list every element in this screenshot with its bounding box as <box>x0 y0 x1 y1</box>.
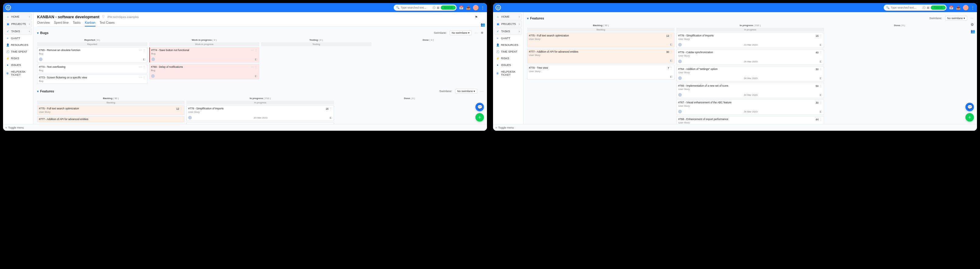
bookmark-icon[interactable]: ◧ <box>819 60 822 63</box>
swimlane-select[interactable]: No swimlane ▾ <box>945 16 967 21</box>
search-box[interactable]: 🔍 🕘 ▦ Search <box>884 5 947 11</box>
col-reported-sub: Reported <box>37 42 148 46</box>
app-logo-icon[interactable]: ⏻ <box>495 5 501 10</box>
search-input[interactable] <box>891 6 921 9</box>
section-more-icon[interactable]: ⋯ <box>480 90 483 93</box>
nav-issues[interactable]: ●ISSUES <box>4 62 32 68</box>
swimlane-select[interactable]: No swimlane ▾ <box>455 89 477 94</box>
user-avatar[interactable] <box>473 5 479 10</box>
nav-timespent[interactable]: 🕘TIME SPENT <box>4 49 32 55</box>
collapse-icon[interactable]: « <box>5 126 7 129</box>
card-778[interactable]: #778 - Simplification of imports16⋮ User… <box>186 105 334 121</box>
toggle-menu-link[interactable]: Toggle menu <box>8 126 24 129</box>
user-avatar[interactable] <box>963 5 969 10</box>
section-more-icon[interactable]: ⋯ <box>970 17 973 20</box>
search-button[interactable]: Search <box>931 5 946 10</box>
bookmark-icon[interactable]: ◧ <box>329 116 332 119</box>
resources-icon: 👤 <box>496 43 499 46</box>
add-fab[interactable]: + <box>966 113 974 122</box>
grid-icon[interactable]: ▦ <box>927 6 929 9</box>
toggle-menu-link[interactable]: Toggle menu <box>498 126 514 129</box>
card-779[interactable]: #779 - Tree view7⋮ User Story ◧ <box>527 65 675 80</box>
card-766[interactable]: #766 - Implementation of a new set of ic… <box>676 83 824 98</box>
nav-resources[interactable]: 👤RESOURCES <box>494 42 522 48</box>
bookmark-icon[interactable]: ◧ <box>670 59 673 62</box>
card-767[interactable]: #767 - Visual enhancement of the ABC fea… <box>676 99 824 115</box>
card-765[interactable]: #765 - Remove an obsolete function⋯⋮ Bug… <box>37 47 148 63</box>
tab-spent-time[interactable]: Spent time <box>54 21 69 27</box>
card-769[interactable]: #769 - Delay of notifications⋯⋮ Bug ◧ <box>149 64 259 80</box>
tab-tasks[interactable]: Tasks <box>73 21 81 27</box>
card-775[interactable]: #775 - Full text search optimization12⋮ … <box>37 105 185 115</box>
calendar-icon[interactable]: 📅 <box>949 5 953 10</box>
bookmark-icon[interactable]: ◧ <box>819 43 822 46</box>
tab-test-cases[interactable]: Test Cases <box>100 21 115 27</box>
people-icon[interactable]: 👥 <box>480 22 485 27</box>
card-770[interactable]: #770 - Text overflowing⋯⋮ Bug <box>37 64 148 73</box>
add-fab[interactable]: + <box>476 113 484 122</box>
bookmark-icon[interactable]: ◧ <box>670 43 673 46</box>
card-menu-icon[interactable]: ⋯ <box>139 49 142 52</box>
bookmark-icon[interactable]: ◧ <box>255 58 258 61</box>
bookmark-icon[interactable]: ◧ <box>143 58 146 61</box>
nav-gantt[interactable]: ≡GANTT <box>4 35 32 41</box>
card-775[interactable]: #775 - Full text search optimization12⋮ … <box>527 32 675 48</box>
chat-fab[interactable]: 💬 <box>966 103 974 111</box>
nav-helpdesk[interactable]: ⊕HELPDESK TICKET <box>4 69 32 78</box>
calendar-icon[interactable]: 📅 <box>459 5 463 10</box>
clock-icon[interactable]: 🕘 <box>432 6 436 9</box>
nav-home[interactable]: ⌂HOME› <box>494 13 522 20</box>
nav-issues[interactable]: ●ISSUES <box>494 62 522 68</box>
gear-icon[interactable]: ⚙ <box>481 31 483 34</box>
chevron-down-icon[interactable]: ▾ <box>37 90 38 93</box>
card-drag-icon[interactable]: ⋮ <box>143 49 146 52</box>
bookmark-icon[interactable]: ◧ <box>670 75 673 78</box>
nav-resources[interactable]: 👤RESOURCES <box>4 42 32 48</box>
tab-overview[interactable]: Overview <box>37 21 50 27</box>
nav-tasks[interactable]: ✓TASKS› <box>494 28 522 35</box>
swimlane-select[interactable]: No swimlane ▾ <box>450 30 472 35</box>
search-input[interactable] <box>401 6 431 9</box>
card-764[interactable]: #764 - Addition of "settings" option30⋮ … <box>676 66 824 81</box>
inbox-icon[interactable]: 📥 <box>466 5 471 10</box>
nav-tasks[interactable]: ✓TASKS› <box>4 28 32 35</box>
clock-icon[interactable]: 🕘 <box>922 6 926 9</box>
app-logo-icon[interactable]: ⏻ <box>5 5 11 10</box>
more-icon[interactable]: ⋮ <box>481 5 485 10</box>
more-icon[interactable]: ⋮ <box>971 5 975 10</box>
nav-helpdesk[interactable]: ⊕HELPDESK TICKET <box>494 69 522 78</box>
nav-projects[interactable]: ▣PROJECTS› <box>494 21 522 27</box>
card-774[interactable]: #774 - Save button not functional⋯⋮ Bug … <box>149 47 259 63</box>
bookmark-icon[interactable]: ◧ <box>819 93 822 96</box>
chat-fab[interactable]: 💬 <box>476 103 484 111</box>
search-button[interactable]: Search <box>441 5 456 10</box>
gear-icon[interactable]: ⚙ <box>970 22 975 27</box>
nav-home[interactable]: ⌂HOME› <box>4 13 32 20</box>
nav-projects[interactable]: ▣PROJECTS› <box>4 21 32 27</box>
bookmark-icon[interactable]: ◧ <box>819 76 822 80</box>
collapse-icon[interactable]: « <box>495 126 497 129</box>
chevron-down-icon[interactable]: ▾ <box>37 31 38 35</box>
card-777[interactable]: #777 - Addition of API for advanced enti… <box>37 116 185 122</box>
card-776[interactable]: #776 - Caldav synchronization40⋮ User St… <box>676 49 824 65</box>
nav-risks[interactable]: ⚡RISKS <box>494 55 522 61</box>
bookmark-icon[interactable]: ◧ <box>255 75 258 78</box>
people-icon[interactable]: 👥 <box>970 29 975 33</box>
search-box[interactable]: 🔍 🕘 ▦ Search <box>394 5 457 11</box>
nav-timespent[interactable]: 🕘TIME SPENT <box>494 49 522 55</box>
flag-icon[interactable]: ⚑ <box>475 15 478 19</box>
inbox-icon[interactable]: 📥 <box>956 5 961 10</box>
heart-icon[interactable]: ♡ <box>102 15 105 19</box>
nav-risks[interactable]: ⚡RISKS <box>4 55 32 61</box>
section-more-icon[interactable]: ⋯ <box>475 31 478 35</box>
search-icon: 🔍 <box>396 6 399 9</box>
tab-kanban[interactable]: Kanban <box>85 21 95 27</box>
card-777[interactable]: #777 - Addition of API for advanced enti… <box>527 49 675 64</box>
bookmark-icon[interactable]: ◧ <box>819 110 822 113</box>
grid-icon[interactable]: ▦ <box>437 6 439 9</box>
card-778[interactable]: #778 - Simplification of imports16⋮ User… <box>676 32 824 48</box>
breadcrumb[interactable]: /PM techniques examples <box>107 16 138 19</box>
nav-gantt[interactable]: ≡GANTT <box>494 35 522 41</box>
chevron-down-icon[interactable]: ▾ <box>527 17 528 20</box>
card-773[interactable]: #773 - Screen flickering on a specific v… <box>37 75 148 84</box>
